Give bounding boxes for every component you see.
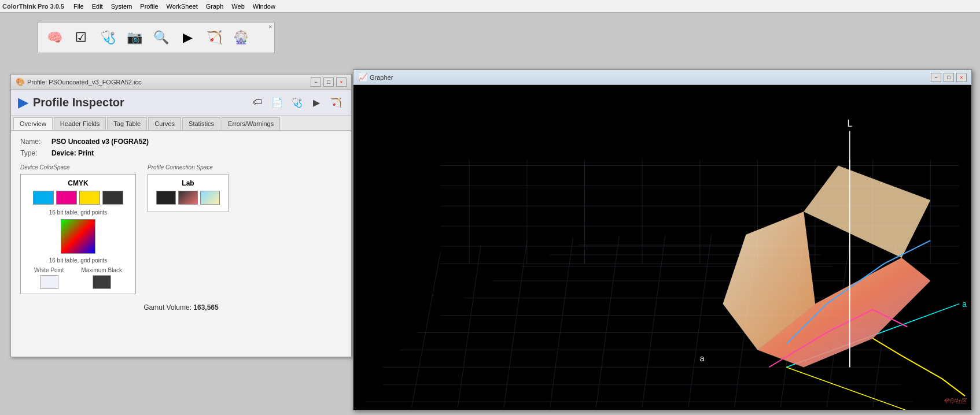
gamut-cube: [61, 219, 95, 254]
grapher-window-controls: − □ ×: [931, 73, 967, 82]
menu-worksheet[interactable]: WorkSheet: [163, 2, 201, 11]
menubar: ColorThink Pro 3.0.5 File Edit System Pr…: [0, 0, 980, 13]
lab-swatch-dark: [156, 191, 176, 205]
profile-close-btn[interactable]: ×: [336, 77, 347, 87]
pi-overview-content: Name: PSO Uncoated v3 (FOGRA52) Type: De…: [11, 131, 351, 318]
svg-rect-0: [354, 85, 971, 410]
pi-title-area: ▶ Profile Inspector: [18, 94, 124, 110]
tool-camera-icon[interactable]: 📷: [123, 26, 146, 49]
gamut-volume-value: 163,565: [193, 303, 218, 312]
profile-tabs: Overview Header Fields Tag Table Curves …: [11, 116, 351, 131]
grapher-close-btn[interactable]: ×: [956, 73, 967, 82]
floating-toolbar: × 🧠 ☑ 🩺 📷 🔍 ▶ 🏹 🎡: [38, 22, 275, 53]
cmyk-swatches: [25, 191, 131, 205]
profile-inspector-window: 🎨 Profile: PSOuncoated_v3_FOGRA52.icc − …: [10, 74, 352, 357]
name-label: Name:: [20, 138, 49, 146]
device-cs-title: Device ColorSpace: [20, 164, 136, 171]
profile-window-title: 🎨 Profile: PSOuncoated_v3_FOGRA52.icc: [16, 77, 141, 86]
a-axis-label: a: [962, 299, 967, 309]
profile-minimize-btn[interactable]: −: [311, 77, 321, 87]
white-point-item: White Point: [34, 267, 64, 289]
pi-arrow-icon[interactable]: 🏹: [328, 94, 344, 110]
menu-web[interactable]: Web: [228, 2, 248, 11]
max-black-swatch: [93, 275, 111, 289]
profile-maximize-btn[interactable]: □: [323, 77, 334, 87]
tab-curves[interactable]: Curves: [148, 117, 181, 130]
point-swatches-row: White Point Maximum Black: [25, 267, 131, 289]
gamut-volume-label: Gamut Volume:: [143, 303, 191, 312]
pi-title-text: Profile Inspector: [33, 96, 124, 109]
tool-checkbox-icon[interactable]: ☑: [69, 26, 93, 49]
profile-connection-space-section: Profile Connection Space Lab: [148, 164, 229, 294]
profile-window-titlebar: 🎨 Profile: PSOuncoated_v3_FOGRA52.icc − …: [11, 75, 351, 90]
device-cs-info1: 16 bit table, grid points: [25, 209, 131, 216]
profile-window-controls: − □ ×: [311, 77, 347, 87]
grapher-titlebar: 📈 Grapher − □ ×: [353, 70, 971, 85]
tool-wheel-icon[interactable]: 🎡: [229, 26, 252, 49]
menu-file[interactable]: File: [70, 2, 87, 11]
type-label: Type:: [20, 149, 49, 157]
menu-graph[interactable]: Graph: [202, 2, 227, 11]
pi-toolbar-icons: 🏷 📄 🩺 ▶ 🏹: [249, 94, 344, 110]
grapher-content[interactable]: L a b a 华印社区: [353, 85, 971, 410]
tab-overview[interactable]: Overview: [13, 117, 53, 130]
menu-system[interactable]: System: [108, 2, 136, 11]
watermark: 华印社区: [944, 397, 967, 405]
tool-arrow-icon[interactable]: 🏹: [202, 26, 226, 49]
menu-edit[interactable]: Edit: [89, 2, 106, 11]
device-colorspace-section: Device ColorSpace CMYK 16 bit table, gri…: [20, 164, 136, 294]
pcs-panel: Lab: [148, 174, 229, 212]
pcs-title: Profile Connection Space: [148, 164, 229, 171]
tool-search-icon[interactable]: 🔍: [149, 26, 172, 49]
type-value: Device: Print: [51, 149, 94, 157]
max-black-item: Maximum Black: [81, 267, 122, 289]
device-cs-name: CMYK: [25, 179, 131, 187]
lab-swatch-pink: [178, 191, 198, 205]
lab-swatch-light: [200, 191, 220, 205]
toolbar-close-btn[interactable]: ×: [268, 24, 272, 30]
pi-doc-icon[interactable]: 📄: [269, 94, 285, 110]
grapher-title-text: 📈 Grapher: [358, 73, 393, 81]
magenta-swatch: [56, 191, 77, 205]
tool-triangle-icon[interactable]: ▶: [176, 26, 199, 49]
colorspace-panels: Device ColorSpace CMYK 16 bit table, gri…: [20, 164, 342, 294]
lab-swatches: [153, 191, 223, 205]
app-title: ColorThink Pro 3.0.5: [2, 3, 64, 10]
profile-inspector-header: ▶ Profile Inspector 🏷 📄 🩺 ▶ 🏹: [11, 90, 351, 116]
yellow-swatch: [79, 191, 100, 205]
white-point-swatch: [40, 275, 58, 289]
a-neg-label: a: [700, 354, 705, 363]
type-field-row: Type: Device: Print: [20, 149, 342, 157]
grapher-maximize-btn[interactable]: □: [944, 73, 954, 82]
white-point-label: White Point: [34, 267, 64, 273]
tab-tag-table[interactable]: Tag Table: [107, 117, 147, 130]
pi-medical-icon[interactable]: 🩺: [289, 94, 305, 110]
device-cs-info2: 16 bit table, grid points: [25, 257, 131, 264]
grapher-svg: L a b a: [353, 85, 971, 410]
grapher-minimize-btn[interactable]: −: [931, 73, 941, 82]
pcs-name: Lab: [153, 179, 223, 187]
device-cs-panel: CMYK 16 bit table, grid points 16 bit ta…: [20, 174, 136, 294]
name-field-row: Name: PSO Uncoated v3 (FOGRA52): [20, 138, 342, 146]
menu-window[interactable]: Window: [249, 2, 279, 11]
tab-statistics[interactable]: Statistics: [182, 117, 220, 130]
gamut-volume-row: Gamut Volume: 163,565: [20, 303, 342, 312]
tab-errors-warnings[interactable]: Errors/Warnings: [222, 117, 280, 130]
tab-header-fields[interactable]: Header Fields: [54, 117, 106, 130]
name-value: PSO Uncoated v3 (FOGRA52): [51, 138, 149, 146]
l-axis-label: L: [847, 118, 852, 128]
pi-tag-icon[interactable]: 🏷: [249, 94, 266, 110]
menu-profile[interactable]: Profile: [137, 2, 161, 11]
black-swatch: [102, 191, 123, 205]
tool-medical-icon[interactable]: 🩺: [96, 26, 119, 49]
pi-play-icon: ▶: [18, 94, 28, 110]
pi-play-icon2[interactable]: ▶: [308, 94, 325, 110]
max-black-label: Maximum Black: [81, 267, 122, 273]
tool-brain-icon[interactable]: 🧠: [43, 26, 66, 49]
grapher-window: 📈 Grapher − □ ×: [353, 69, 972, 410]
cyan-swatch: [33, 191, 54, 205]
